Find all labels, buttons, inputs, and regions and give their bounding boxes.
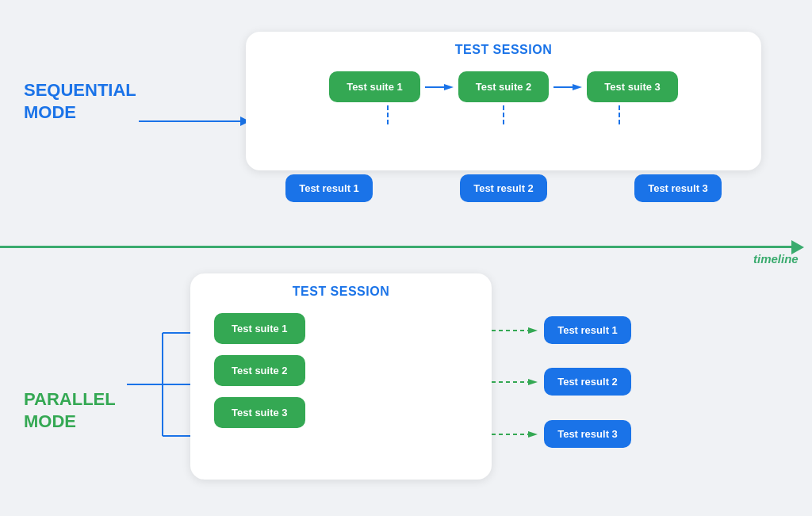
par-dash-arrow-2 [492, 376, 539, 388]
seq-result-2: Test result 2 [460, 174, 547, 202]
par-suite-1: Test suite 1 [214, 313, 305, 344]
par-dash-arrow-3 [492, 428, 539, 441]
seq-result-1: Test result 1 [285, 174, 373, 202]
seq-result-col-1: Test result 1 [285, 174, 373, 202]
parallel-result-3-row: Test result 3 [492, 420, 631, 448]
svg-marker-3 [573, 84, 582, 90]
sequential-entry-arrow [139, 120, 242, 122]
seq-arrow-2-3 [553, 81, 582, 94]
svg-marker-13 [528, 327, 538, 334]
par-result-2: Test result 2 [544, 368, 631, 396]
seq-result-3: Test result 3 [634, 174, 722, 202]
parallel-result-2-row: Test result 2 [492, 368, 631, 396]
par-suite-2: Test suite 2 [214, 355, 305, 386]
sequential-results-row: Test result 1 Test result 2 Test result … [246, 174, 761, 202]
timeline-label: timeline [753, 252, 799, 266]
sequential-session-title: TEST SESSION [246, 32, 761, 57]
seq-suite-2: Test suite 2 [458, 71, 550, 102]
par-dash-arrow-1 [492, 324, 539, 337]
seq-result-col-3: Test result 3 [634, 174, 722, 202]
svg-marker-17 [528, 431, 538, 438]
svg-marker-15 [528, 379, 538, 385]
sequential-mode-label: SEQUENTIAL MODE [24, 79, 136, 123]
par-result-3: Test result 3 [544, 420, 631, 448]
seq-arrow-1-2 [425, 81, 454, 94]
seq-inside-results [246, 105, 761, 128]
parallel-result-1-row: Test result 1 [492, 316, 631, 344]
parallel-suites-column: Test suite 1 Test suite 2 Test suite 3 [190, 313, 492, 428]
parallel-session-title: TEST SESSION [190, 273, 492, 299]
seq-result-col-2: Test result 2 [460, 174, 547, 202]
svg-marker-1 [444, 84, 454, 90]
seq-suite-1: Test suite 1 [329, 71, 420, 102]
par-suite-3: Test suite 3 [214, 397, 305, 428]
parallel-mode-label: PARALLEL MODE [24, 388, 116, 432]
sequential-suites-row: Test suite 1 Test suite 2 Test suite 3 [246, 71, 761, 102]
sequential-session-box: TEST SESSION Test suite 1 Test suite 2 [246, 32, 761, 170]
par-result-1: Test result 1 [544, 316, 631, 344]
seq-suite-3: Test suite 3 [587, 71, 678, 102]
timeline-line [0, 246, 793, 248]
parallel-session-box: TEST SESSION Test suite 1 Test suite 2 T… [190, 273, 492, 480]
